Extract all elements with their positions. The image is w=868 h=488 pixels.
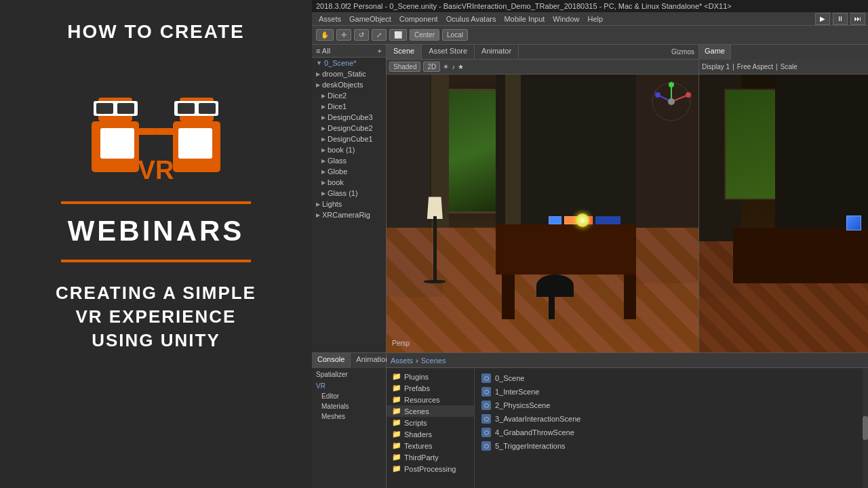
- toolbar-rect[interactable]: ⬜: [389, 29, 407, 41]
- folder-icon-textures: 📁: [392, 441, 401, 450]
- menu-window[interactable]: Window: [549, 15, 583, 23]
- shaded-btn[interactable]: Shaded: [389, 62, 420, 72]
- hierarchy-item-globe[interactable]: ▶ Globe: [312, 166, 386, 177]
- scene-viewport[interactable]: Y X Z: [387, 75, 698, 352]
- folder-scenes[interactable]: 📁 Scenes: [387, 405, 474, 417]
- desk-top: [496, 224, 636, 274]
- game-tab[interactable]: Game: [699, 45, 731, 60]
- assets-breadcrumb[interactable]: Assets: [391, 357, 413, 365]
- menu-mobile[interactable]: Mobile Input: [500, 15, 549, 23]
- folder-icon-post: 📁: [392, 464, 401, 473]
- desk-leg-left: [502, 274, 514, 319]
- local-button[interactable]: Local: [442, 29, 468, 41]
- spatializer-label: Spatializer: [312, 368, 386, 381]
- bottom-text: CREATING A SIMPLE VR EXPERIENCE USING UN…: [56, 281, 256, 352]
- console-tab[interactable]: Console: [312, 353, 351, 368]
- hierarchy-item-dice1[interactable]: ▶ Dice1: [312, 101, 386, 112]
- play-controls: ▶ ⏸ ⏭: [815, 13, 865, 25]
- toolbar-fx-icon: ★: [458, 63, 464, 70]
- scene-item-1[interactable]: ⬡ 1_InterScene: [479, 386, 859, 398]
- hierarchy-item-cube3[interactable]: ▶ DesignCube3: [312, 112, 386, 123]
- hierarchy-item-book[interactable]: ▶ book: [312, 177, 386, 188]
- meshes-label: Meshes: [312, 411, 386, 422]
- project-panel: Assets › Scenes 📁 Plugins 📁 Prefabs: [387, 353, 868, 488]
- scene-item-2[interactable]: ⬡ 2_PhysicsScene: [479, 399, 859, 411]
- display-label: Display 1: [702, 63, 730, 70]
- unity-editor: 2018.3.0f2 Personal - 0_Scene.unity - Ba…: [312, 0, 868, 488]
- hierarchy-panel: ≡ All + ▼ 0_Scene* ▶ droom_Static ▶ desk…: [312, 45, 387, 352]
- hierarchy-item-lights[interactable]: ▶ Lights: [312, 199, 386, 209]
- title-bar: 2018.3.0f2 Personal - 0_Scene.unity - Ba…: [312, 0, 868, 12]
- toolbar-scale[interactable]: ⤢: [372, 29, 387, 41]
- persp-label: Persp: [392, 340, 410, 347]
- hierarchy-header: ≡ All +: [312, 45, 386, 58]
- folder-prefabs[interactable]: 📁 Prefabs: [387, 382, 474, 394]
- scene-item-0[interactable]: ⬡ 0_Scene: [479, 372, 859, 384]
- pause-button[interactable]: ⏸: [833, 13, 848, 25]
- hierarchy-item-glass[interactable]: ▶ Glass: [312, 155, 386, 166]
- menu-gameobject[interactable]: GameObject: [345, 15, 395, 23]
- folder-icon-shaders: 📁: [392, 430, 401, 439]
- separator: |: [732, 63, 734, 70]
- free-aspect-label: Free Aspect: [737, 63, 773, 70]
- scene-item-5[interactable]: ⬡ 5_TriggerInteractions: [479, 440, 859, 452]
- menu-help[interactable]: Help: [583, 15, 607, 23]
- folder-textures[interactable]: 📁 Textures: [387, 440, 474, 451]
- folder-icon-scenes: 📁: [392, 407, 401, 415]
- scene-tab[interactable]: Scene: [387, 45, 422, 59]
- hierarchy-item-dice2[interactable]: ▶ Dice2: [312, 90, 386, 101]
- menu-assets[interactable]: Assets: [315, 15, 345, 23]
- breadcrumb: Assets › Scenes: [391, 357, 446, 365]
- animator-tab[interactable]: Animator: [475, 45, 519, 59]
- scene-game-split: Scene Asset Store Animator Gizmos Shaded…: [387, 45, 868, 352]
- folder-scripts[interactable]: 📁 Scripts: [387, 417, 474, 428]
- hierarchy-item-cube1[interactable]: ▶ DesignCube1: [312, 134, 386, 144]
- folder-tree: 📁 Plugins 📁 Prefabs 📁 Resources 📁 Scenes: [387, 368, 475, 488]
- hierarchy-item-desk[interactable]: ▶ deskObjects: [312, 79, 386, 90]
- toolbar-rotate[interactable]: ↺: [354, 29, 369, 41]
- scene-icon-5: ⬡: [481, 441, 491, 451]
- svg-rect-9: [178, 103, 195, 114]
- game-toolbar: Display 1 | Free Aspect | Scale: [699, 60, 868, 75]
- project-scrollbar[interactable]: [863, 368, 868, 488]
- hierarchy-label: ≡ All: [316, 47, 330, 55]
- scene-icon-4: ⬡: [481, 428, 491, 437]
- svg-text:Y: Y: [670, 81, 673, 83]
- folder-thirdparty[interactable]: 📁 ThirdParty: [387, 451, 474, 463]
- folder-plugins[interactable]: 📁 Plugins: [387, 371, 474, 382]
- divider-top: [61, 201, 251, 204]
- scene-item-3[interactable]: ⬡ 3_AvatarInteractionScene: [479, 413, 859, 425]
- hierarchy-item-droom[interactable]: ▶ droom_Static: [312, 68, 386, 79]
- hierarchy-item-cube2[interactable]: ▶ DesignCube2: [312, 123, 386, 134]
- folder-icon-plugins: 📁: [392, 372, 401, 381]
- main-content: ≡ All + ▼ 0_Scene* ▶ droom_Static ▶ desk…: [312, 45, 868, 352]
- svg-point-25: [668, 98, 675, 105]
- menu-oculus[interactable]: Oculus Avatars: [442, 15, 500, 23]
- game-cube: [846, 216, 861, 230]
- folder-shaders[interactable]: 📁 Shaders: [387, 428, 474, 440]
- breadcrumb-separator: ›: [416, 357, 418, 365]
- step-button[interactable]: ⏭: [850, 13, 865, 25]
- hierarchy-item-xr[interactable]: ▶ XRCameraRig: [312, 209, 386, 220]
- hierarchy-item-glass1[interactable]: ▶ Glass (1): [312, 188, 386, 199]
- hierarchy-plus[interactable]: +: [378, 47, 382, 55]
- 2d-btn[interactable]: 2D: [423, 62, 440, 72]
- center-button[interactable]: Center: [410, 29, 439, 41]
- asset-store-tab[interactable]: Asset Store: [422, 45, 475, 59]
- scene-item-4[interactable]: ⬡ 4_GrabandThrowScene: [479, 426, 859, 439]
- play-button[interactable]: ▶: [815, 13, 830, 25]
- menu-component[interactable]: Component: [395, 15, 442, 23]
- toolbar: ✋ ✛ ↺ ⤢ ⬜ Center Local: [312, 26, 868, 45]
- scenes-breadcrumb[interactable]: Scenes: [421, 357, 446, 365]
- toolbar-move[interactable]: ✛: [336, 29, 351, 41]
- hierarchy-item-book1[interactable]: ▶ book (1): [312, 144, 386, 155]
- hierarchy-scene-name: 0_Scene*: [324, 59, 357, 67]
- desk-leg-right: [624, 274, 636, 319]
- bottom-text-line2: VR EXPERIENCE: [56, 305, 256, 329]
- folder-resources[interactable]: 📁 Resources: [387, 394, 474, 405]
- toolbar-hand[interactable]: ✋: [316, 29, 334, 41]
- folder-postprocessing[interactable]: 📁 PostProcessing: [387, 463, 474, 474]
- folder-icon-scripts: 📁: [392, 418, 401, 427]
- hierarchy-scene: ▼ 0_Scene*: [312, 58, 386, 68]
- svg-rect-13: [100, 128, 134, 159]
